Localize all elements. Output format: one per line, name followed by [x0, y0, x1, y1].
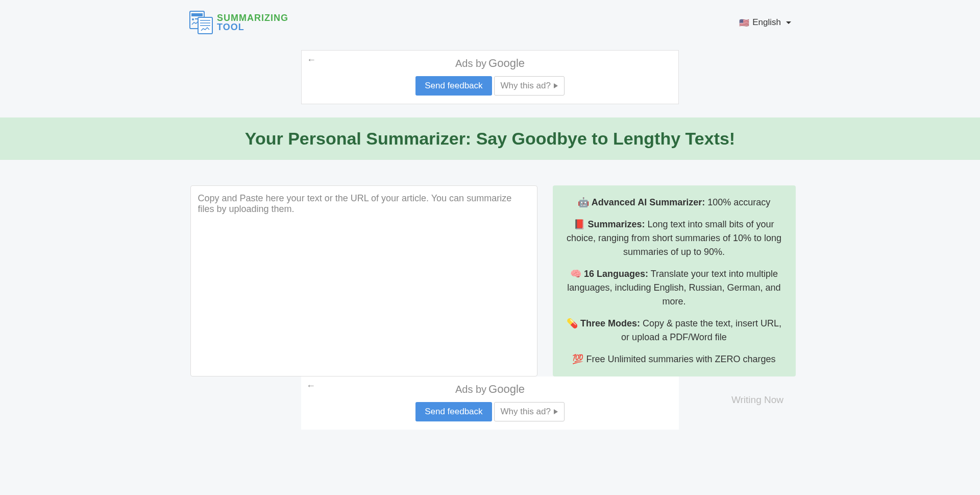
google-logo: Google	[488, 383, 525, 396]
feature-item: 💊 Three Modes: Copy & paste the text, in…	[562, 317, 787, 344]
logo[interactable]: SUMMARIZING TOOL	[189, 10, 288, 35]
bottom-section: ← Ads by Google Send feedback Why this a…	[97, 376, 883, 430]
feature-bold: Advanced AI Summarizer:	[592, 197, 705, 207]
summarize-input[interactable]	[198, 193, 530, 357]
feature-item: 📕 Summarizes: Long text into small bits …	[562, 218, 787, 259]
hero-headline: Your Personal Summarizer: Say Goodbye to…	[0, 129, 980, 149]
flag-icon: 🇺🇸	[739, 18, 749, 28]
writing-now-label: Writing Now	[731, 394, 783, 406]
logo-text-top: SUMMARIZING	[217, 13, 288, 22]
why-this-ad-button[interactable]: Why this ad?	[494, 76, 565, 96]
logo-text: SUMMARIZING TOOL	[217, 13, 288, 32]
text-input-container	[190, 185, 537, 376]
ad-banner-bottom: ← Ads by Google Send feedback Why this a…	[301, 376, 679, 430]
feature-item: 🤖 Advanced AI Summarizer: 100% accuracy	[562, 196, 787, 209]
svg-point-2	[192, 18, 194, 20]
ad-banner-top: ← Ads by Google Send feedback Why this a…	[301, 50, 679, 104]
chevron-down-icon	[786, 21, 791, 24]
main-content: 🤖 Advanced AI Summarizer: 100% accuracy …	[188, 185, 793, 376]
play-icon	[554, 409, 558, 414]
header: SUMMARIZING TOOL 🇺🇸 English	[97, 0, 883, 45]
language-label: English	[752, 17, 781, 28]
why-this-ad-button[interactable]: Why this ad?	[494, 402, 565, 421]
feature-text: 100% accuracy	[705, 197, 770, 207]
play-icon	[554, 83, 558, 88]
language-selector[interactable]: 🇺🇸 English	[739, 17, 791, 28]
pill-icon: 💊	[567, 318, 578, 328]
robot-icon: 🤖	[578, 197, 589, 207]
ads-by-label: Ads by Google	[311, 383, 669, 396]
features-box: 🤖 Advanced AI Summarizer: 100% accuracy …	[553, 185, 796, 376]
hero-banner: Your Personal Summarizer: Say Goodbye to…	[0, 117, 980, 160]
feature-text: Copy & paste the text, insert URL, or up…	[621, 318, 781, 342]
brain-icon: 🧠	[570, 269, 581, 279]
feature-bold: Three Modes:	[580, 318, 640, 328]
logo-icon	[189, 10, 214, 35]
feature-bold: 16 Languages:	[584, 269, 648, 279]
book-icon: 📕	[574, 219, 585, 229]
google-logo: Google	[488, 57, 525, 70]
send-feedback-button[interactable]: Send feedback	[415, 76, 492, 96]
svg-rect-1	[191, 13, 203, 16]
hundred-icon: 💯	[572, 354, 583, 364]
back-arrow-icon[interactable]: ←	[307, 55, 316, 65]
feature-text: Free Unlimited summaries with ZERO charg…	[583, 354, 775, 364]
logo-text-bottom: TOOL	[217, 22, 288, 32]
feature-item: 🧠 16 Languages: Translate your text into…	[562, 267, 787, 309]
back-arrow-icon[interactable]: ←	[306, 381, 315, 391]
ads-by-label: Ads by Google	[312, 57, 668, 70]
feature-bold: Summarizes:	[587, 219, 645, 229]
feature-item: 💯 Free Unlimited summaries with ZERO cha…	[562, 352, 787, 366]
send-feedback-button[interactable]: Send feedback	[415, 402, 492, 421]
